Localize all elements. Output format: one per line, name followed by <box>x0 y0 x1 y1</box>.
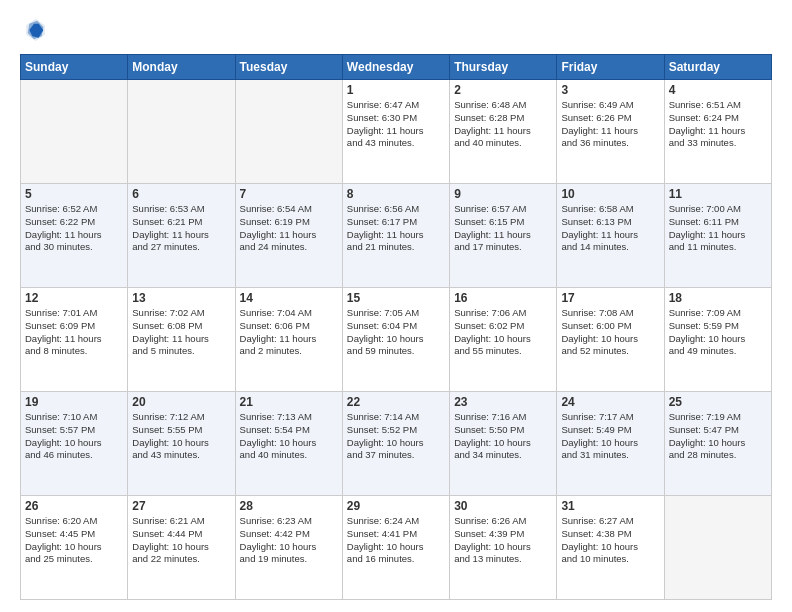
day-cell: 16Sunrise: 7:06 AM Sunset: 6:02 PM Dayli… <box>450 288 557 392</box>
logo-icon <box>20 16 48 44</box>
day-number: 1 <box>347 83 445 97</box>
day-cell: 4Sunrise: 6:51 AM Sunset: 6:24 PM Daylig… <box>664 80 771 184</box>
day-cell <box>235 80 342 184</box>
day-cell: 27Sunrise: 6:21 AM Sunset: 4:44 PM Dayli… <box>128 496 235 600</box>
day-number: 28 <box>240 499 338 513</box>
day-number: 3 <box>561 83 659 97</box>
day-info: Sunrise: 7:08 AM Sunset: 6:00 PM Dayligh… <box>561 307 659 358</box>
day-cell: 31Sunrise: 6:27 AM Sunset: 4:38 PM Dayli… <box>557 496 664 600</box>
day-cell: 14Sunrise: 7:04 AM Sunset: 6:06 PM Dayli… <box>235 288 342 392</box>
week-row-4: 19Sunrise: 7:10 AM Sunset: 5:57 PM Dayli… <box>21 392 772 496</box>
day-number: 16 <box>454 291 552 305</box>
day-info: Sunrise: 6:27 AM Sunset: 4:38 PM Dayligh… <box>561 515 659 566</box>
day-number: 27 <box>132 499 230 513</box>
day-info: Sunrise: 7:12 AM Sunset: 5:55 PM Dayligh… <box>132 411 230 462</box>
day-info: Sunrise: 6:49 AM Sunset: 6:26 PM Dayligh… <box>561 99 659 150</box>
weekday-saturday: Saturday <box>664 55 771 80</box>
day-info: Sunrise: 7:17 AM Sunset: 5:49 PM Dayligh… <box>561 411 659 462</box>
day-cell <box>21 80 128 184</box>
week-row-5: 26Sunrise: 6:20 AM Sunset: 4:45 PM Dayli… <box>21 496 772 600</box>
day-info: Sunrise: 6:53 AM Sunset: 6:21 PM Dayligh… <box>132 203 230 254</box>
day-number: 21 <box>240 395 338 409</box>
header <box>20 16 772 44</box>
day-info: Sunrise: 6:56 AM Sunset: 6:17 PM Dayligh… <box>347 203 445 254</box>
day-cell: 20Sunrise: 7:12 AM Sunset: 5:55 PM Dayli… <box>128 392 235 496</box>
day-cell: 24Sunrise: 7:17 AM Sunset: 5:49 PM Dayli… <box>557 392 664 496</box>
day-info: Sunrise: 6:52 AM Sunset: 6:22 PM Dayligh… <box>25 203 123 254</box>
day-cell: 9Sunrise: 6:57 AM Sunset: 6:15 PM Daylig… <box>450 184 557 288</box>
day-info: Sunrise: 6:51 AM Sunset: 6:24 PM Dayligh… <box>669 99 767 150</box>
day-number: 8 <box>347 187 445 201</box>
day-cell: 2Sunrise: 6:48 AM Sunset: 6:28 PM Daylig… <box>450 80 557 184</box>
day-cell: 11Sunrise: 7:00 AM Sunset: 6:11 PM Dayli… <box>664 184 771 288</box>
weekday-sunday: Sunday <box>21 55 128 80</box>
day-number: 23 <box>454 395 552 409</box>
day-cell: 19Sunrise: 7:10 AM Sunset: 5:57 PM Dayli… <box>21 392 128 496</box>
day-cell: 29Sunrise: 6:24 AM Sunset: 4:41 PM Dayli… <box>342 496 449 600</box>
day-cell: 18Sunrise: 7:09 AM Sunset: 5:59 PM Dayli… <box>664 288 771 392</box>
day-info: Sunrise: 6:20 AM Sunset: 4:45 PM Dayligh… <box>25 515 123 566</box>
day-cell: 15Sunrise: 7:05 AM Sunset: 6:04 PM Dayli… <box>342 288 449 392</box>
day-info: Sunrise: 6:21 AM Sunset: 4:44 PM Dayligh… <box>132 515 230 566</box>
weekday-tuesday: Tuesday <box>235 55 342 80</box>
day-info: Sunrise: 7:19 AM Sunset: 5:47 PM Dayligh… <box>669 411 767 462</box>
day-cell: 30Sunrise: 6:26 AM Sunset: 4:39 PM Dayli… <box>450 496 557 600</box>
day-cell: 3Sunrise: 6:49 AM Sunset: 6:26 PM Daylig… <box>557 80 664 184</box>
day-info: Sunrise: 6:47 AM Sunset: 6:30 PM Dayligh… <box>347 99 445 150</box>
day-info: Sunrise: 6:58 AM Sunset: 6:13 PM Dayligh… <box>561 203 659 254</box>
day-number: 6 <box>132 187 230 201</box>
day-cell: 5Sunrise: 6:52 AM Sunset: 6:22 PM Daylig… <box>21 184 128 288</box>
day-number: 31 <box>561 499 659 513</box>
day-cell: 23Sunrise: 7:16 AM Sunset: 5:50 PM Dayli… <box>450 392 557 496</box>
day-cell: 8Sunrise: 6:56 AM Sunset: 6:17 PM Daylig… <box>342 184 449 288</box>
day-info: Sunrise: 7:05 AM Sunset: 6:04 PM Dayligh… <box>347 307 445 358</box>
day-info: Sunrise: 7:01 AM Sunset: 6:09 PM Dayligh… <box>25 307 123 358</box>
day-info: Sunrise: 6:26 AM Sunset: 4:39 PM Dayligh… <box>454 515 552 566</box>
day-number: 24 <box>561 395 659 409</box>
day-number: 12 <box>25 291 123 305</box>
day-number: 22 <box>347 395 445 409</box>
week-row-1: 1Sunrise: 6:47 AM Sunset: 6:30 PM Daylig… <box>21 80 772 184</box>
day-cell: 26Sunrise: 6:20 AM Sunset: 4:45 PM Dayli… <box>21 496 128 600</box>
day-info: Sunrise: 7:00 AM Sunset: 6:11 PM Dayligh… <box>669 203 767 254</box>
day-info: Sunrise: 7:06 AM Sunset: 6:02 PM Dayligh… <box>454 307 552 358</box>
day-cell: 7Sunrise: 6:54 AM Sunset: 6:19 PM Daylig… <box>235 184 342 288</box>
weekday-monday: Monday <box>128 55 235 80</box>
day-number: 13 <box>132 291 230 305</box>
day-cell: 12Sunrise: 7:01 AM Sunset: 6:09 PM Dayli… <box>21 288 128 392</box>
weekday-header-row: SundayMondayTuesdayWednesdayThursdayFrid… <box>21 55 772 80</box>
day-cell <box>664 496 771 600</box>
week-row-2: 5Sunrise: 6:52 AM Sunset: 6:22 PM Daylig… <box>21 184 772 288</box>
day-number: 18 <box>669 291 767 305</box>
weekday-wednesday: Wednesday <box>342 55 449 80</box>
day-cell: 28Sunrise: 6:23 AM Sunset: 4:42 PM Dayli… <box>235 496 342 600</box>
day-number: 9 <box>454 187 552 201</box>
day-number: 19 <box>25 395 123 409</box>
day-number: 14 <box>240 291 338 305</box>
day-number: 15 <box>347 291 445 305</box>
day-number: 25 <box>669 395 767 409</box>
week-row-3: 12Sunrise: 7:01 AM Sunset: 6:09 PM Dayli… <box>21 288 772 392</box>
day-info: Sunrise: 6:54 AM Sunset: 6:19 PM Dayligh… <box>240 203 338 254</box>
day-cell: 10Sunrise: 6:58 AM Sunset: 6:13 PM Dayli… <box>557 184 664 288</box>
day-cell: 22Sunrise: 7:14 AM Sunset: 5:52 PM Dayli… <box>342 392 449 496</box>
day-cell: 25Sunrise: 7:19 AM Sunset: 5:47 PM Dayli… <box>664 392 771 496</box>
day-info: Sunrise: 7:09 AM Sunset: 5:59 PM Dayligh… <box>669 307 767 358</box>
day-info: Sunrise: 7:14 AM Sunset: 5:52 PM Dayligh… <box>347 411 445 462</box>
day-number: 11 <box>669 187 767 201</box>
day-info: Sunrise: 6:24 AM Sunset: 4:41 PM Dayligh… <box>347 515 445 566</box>
day-info: Sunrise: 7:10 AM Sunset: 5:57 PM Dayligh… <box>25 411 123 462</box>
day-number: 20 <box>132 395 230 409</box>
day-info: Sunrise: 7:02 AM Sunset: 6:08 PM Dayligh… <box>132 307 230 358</box>
day-number: 17 <box>561 291 659 305</box>
day-cell: 6Sunrise: 6:53 AM Sunset: 6:21 PM Daylig… <box>128 184 235 288</box>
day-number: 29 <box>347 499 445 513</box>
day-number: 7 <box>240 187 338 201</box>
day-number: 4 <box>669 83 767 97</box>
day-cell: 21Sunrise: 7:13 AM Sunset: 5:54 PM Dayli… <box>235 392 342 496</box>
day-cell: 17Sunrise: 7:08 AM Sunset: 6:00 PM Dayli… <box>557 288 664 392</box>
calendar: SundayMondayTuesdayWednesdayThursdayFrid… <box>20 54 772 600</box>
day-info: Sunrise: 6:48 AM Sunset: 6:28 PM Dayligh… <box>454 99 552 150</box>
day-number: 10 <box>561 187 659 201</box>
day-cell <box>128 80 235 184</box>
